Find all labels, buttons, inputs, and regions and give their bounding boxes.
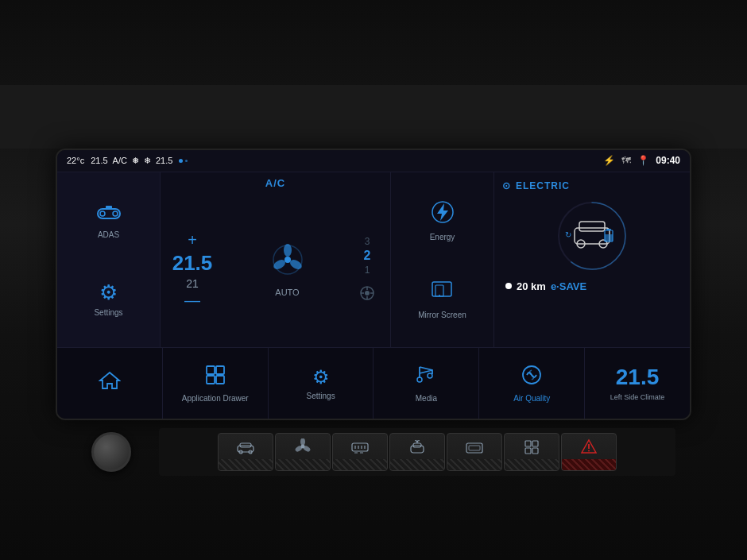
svg-rect-53 (411, 446, 424, 453)
media-icon (415, 364, 437, 391)
adas-label: ADAS (98, 230, 119, 239)
bottom-navigation-bar: Application Drawer ⚙ Settings Media (57, 347, 690, 419)
phys-grid-icon (524, 440, 539, 458)
phys-carwifi-button[interactable] (389, 433, 445, 471)
phys-btn-stripe-2 (276, 459, 330, 470)
left-climate-value: 21.5 (616, 365, 660, 390)
svg-rect-34 (216, 376, 224, 384)
energy-button[interactable]: Energy (430, 200, 455, 241)
mirror-screen-button[interactable]: Mirror Screen (418, 278, 466, 319)
temperature-display: 22°c (67, 156, 84, 165)
left-panel: ADAS ⚙ Settings (57, 172, 161, 347)
ac-speed-selector: 3 2 1 (350, 236, 390, 305)
settings-left-label: Settings (94, 308, 122, 317)
svg-rect-3 (106, 206, 112, 209)
phys-emergency-button[interactable] (561, 433, 617, 471)
svg-rect-31 (207, 366, 215, 374)
defrost-icon: ❄ (144, 156, 151, 166)
svg-point-2 (113, 211, 118, 216)
main-screen: 22°c 21.5 A/C ❅ ❄ 21.5 ⚡ 🗺 📍 09:40 (56, 149, 691, 420)
media-label: Media (416, 394, 437, 403)
physical-button-row (159, 428, 675, 476)
home-button[interactable] (57, 348, 163, 419)
ac-secondary-temp: 21 (186, 277, 199, 290)
mirror-icon (430, 278, 454, 307)
dashboard: 22°c 21.5 A/C ❅ ❄ 21.5 ⚡ 🗺 📍 09:40 (0, 0, 747, 560)
settings-label: Settings (307, 392, 335, 400)
ac-auto-label: AUTO (275, 288, 299, 297)
svg-rect-18 (435, 285, 443, 296)
svg-point-6 (284, 244, 292, 257)
electric-title: ELECTRIC (516, 180, 570, 191)
svg-marker-30 (100, 373, 119, 388)
phys-screen-button[interactable] (447, 433, 502, 471)
ac-title: A/C (161, 172, 390, 194)
bluetooth-icon: ⚡ (603, 155, 615, 166)
fan-spin-icon (272, 244, 304, 283)
svg-point-55 (416, 440, 419, 442)
svg-point-10 (365, 291, 370, 295)
phys-defrost-button[interactable] (332, 433, 388, 471)
volume-knob[interactable] (91, 432, 131, 472)
svg-point-36 (428, 373, 432, 378)
phys-fan-button[interactable] (275, 433, 331, 471)
air-quality-label: Air Quality (513, 394, 550, 403)
left-climate-button[interactable]: 21.5 Left Side Climate (585, 348, 690, 419)
km-info: 20 km e·SAVE (502, 280, 682, 292)
ac-controls: + 21.5 21 — (161, 231, 224, 310)
adas-icon (96, 202, 122, 227)
phys-fan-icon (295, 438, 311, 458)
km-indicator-dot (505, 283, 512, 289)
phys-btn-stripe-5 (447, 459, 501, 470)
air-quality-icon (521, 364, 543, 391)
settings-left-button[interactable]: ⚙ Settings (94, 280, 122, 317)
phys-grid-button[interactable] (504, 433, 559, 471)
electric-panel: ⊙ ELECTRIC (494, 172, 690, 347)
svg-marker-16 (437, 203, 448, 221)
ac-plus-button[interactable]: + (188, 231, 197, 249)
electric-charge-icon: ⊙ (502, 180, 511, 191)
svg-point-19 (439, 295, 440, 296)
app-drawer-button[interactable]: Application Drawer (163, 348, 269, 419)
ac-label: A/C (113, 156, 127, 165)
svg-rect-33 (207, 376, 215, 384)
speed-2[interactable]: 2 (364, 249, 371, 263)
phys-emergency-stripe (562, 459, 616, 470)
svg-rect-58 (525, 441, 531, 446)
air-quality-button[interactable]: Air Quality (479, 348, 585, 419)
speed-1[interactable]: 1 (365, 265, 370, 276)
adas-button[interactable]: ADAS (96, 202, 122, 239)
physical-controls-area (56, 428, 691, 476)
phys-btn-stripe-4 (390, 459, 444, 470)
phys-btn-stripe-6 (505, 459, 559, 470)
phys-emergency-icon (581, 438, 597, 458)
main-display-area: ADAS ⚙ Settings A/C + 21.5 21 — (57, 172, 690, 347)
fan-speed-status: 21.5 (156, 156, 172, 165)
svg-rect-61 (532, 448, 538, 454)
phys-car-button[interactable] (218, 433, 273, 471)
status-right-icons: ⚡ 🗺 📍 09:40 (603, 155, 680, 166)
vent-bottom-icon (359, 285, 375, 305)
settings-icon: ⚙ (312, 366, 330, 388)
phys-btn-stripe-1 (219, 459, 273, 470)
map-icon: 🗺 (621, 155, 631, 166)
svg-rect-60 (525, 448, 531, 454)
phys-car-icon (237, 442, 254, 458)
ac-status: 21.5 A/C ❅ ❄ 21.5 (91, 156, 172, 166)
speed-3[interactable]: 3 (365, 236, 370, 247)
app-drawer-label: Application Drawer (182, 394, 249, 403)
energy-label: Energy (430, 233, 455, 241)
mirror-label: Mirror Screen (418, 311, 466, 319)
home-icon (99, 369, 121, 396)
media-button[interactable]: Media (374, 348, 479, 419)
svg-rect-59 (532, 441, 538, 446)
settings-left-icon: ⚙ (99, 280, 118, 305)
km-value: 20 km (517, 280, 546, 292)
phys-carwifi-icon (408, 440, 426, 458)
phys-defrost-icon (351, 442, 369, 458)
ac-minus-button[interactable]: — (184, 292, 200, 310)
settings-button[interactable]: ⚙ Settings (269, 348, 374, 419)
svg-point-1 (100, 211, 105, 216)
ac-panel: A/C + 21.5 21 — (161, 172, 391, 347)
svg-rect-27 (605, 234, 613, 241)
